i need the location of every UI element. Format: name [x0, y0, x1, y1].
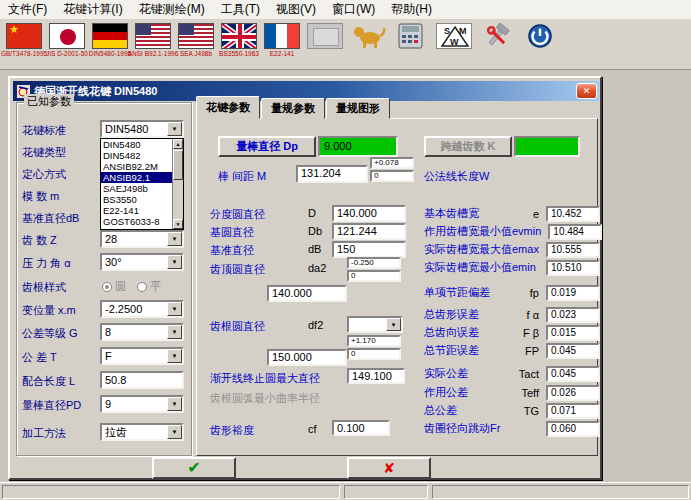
menu-bar: 文件(F) 花键计算(I) 花键测绘(M) 工具(T) 视图(V) 窗口(W) …	[0, 0, 691, 20]
menu-item-file[interactable]: 文件(F)	[0, 0, 55, 20]
toolbar-gb-standard-button[interactable]: ★ GB/T3478-1995	[3, 23, 45, 68]
pitch-diameter-field[interactable]: 140.000	[332, 205, 406, 222]
param-field[interactable]: 0.071	[546, 403, 600, 419]
menu-item-window[interactable]: 窗口(W)	[324, 0, 383, 20]
chevron-down-icon[interactable]: ▼	[167, 349, 182, 363]
param-field[interactable]: 0.026	[546, 385, 600, 401]
toolbar-calculator-button[interactable]	[390, 23, 432, 68]
listbox-item[interactable]: SAEJ498b	[101, 183, 183, 194]
ok-button[interactable]: ✔	[152, 457, 236, 479]
chevron-down-icon[interactable]: ▼	[167, 232, 182, 246]
usa-flag-icon	[178, 23, 214, 49]
menu-item-spline-calc[interactable]: 花键计算(I)	[55, 0, 130, 20]
pin-diameter-value-field[interactable]: 9.000	[318, 136, 398, 157]
involute-end-diameter-field[interactable]: 149.100	[347, 368, 405, 384]
menu-item-view[interactable]: 视图(V)	[268, 0, 324, 20]
param-field[interactable]: 10.510	[546, 260, 600, 276]
menu-item-tools[interactable]: 工具(T)	[213, 0, 268, 20]
toolbar-caption: E22-141	[270, 50, 295, 58]
combo-pin-diameter[interactable]: 9 ▼	[100, 395, 184, 413]
form-clearance-field[interactable]: 0.100	[332, 420, 390, 436]
param-field[interactable]: 0.019	[546, 285, 600, 301]
root-diameter-tol-lower[interactable]: 0	[347, 348, 401, 360]
chevron-down-icon[interactable]: ▼	[167, 425, 182, 439]
button-label: 跨越齿数 K	[441, 139, 496, 154]
toolbar-animal-button[interactable]	[347, 23, 389, 68]
param-field[interactable]: 10.555	[546, 242, 600, 258]
toolbar-din-standard-button[interactable]: DIN5480-1995	[89, 23, 131, 68]
chevron-down-icon[interactable]: ▼	[386, 318, 401, 331]
combo-profile-shift[interactable]: -2.2500 ▼	[100, 300, 184, 318]
chevron-down-icon[interactable]: ▼	[167, 255, 182, 269]
radio-root-round[interactable]	[102, 282, 112, 292]
param-row-fp: 单项节距偏差 fp 0.019	[424, 284, 600, 301]
radio-root-flat[interactable]	[137, 282, 147, 292]
listbox-item[interactable]: GOST6033-8	[101, 216, 183, 227]
chevron-down-icon[interactable]: ▼	[167, 122, 182, 136]
tip-diameter-tol-lower[interactable]: 0	[347, 270, 401, 282]
toolbar-tools-button[interactable]	[476, 23, 518, 68]
listbox-item[interactable]: ANSIB92.2M	[101, 161, 183, 172]
toolbar-bs-standard-button[interactable]: BS3550-1963	[218, 23, 260, 68]
toolbar-e22-standard-button[interactable]: E22-141	[261, 23, 303, 68]
scrollbar-thumb[interactable]	[173, 150, 183, 180]
span-teeth-value-field[interactable]	[514, 136, 580, 157]
param-field[interactable]: 0.023	[546, 307, 600, 323]
combo-machining-method[interactable]: 拉齿 ▼	[100, 423, 184, 441]
toolbar-jis-standard-button[interactable]: JIS D-2001-50	[46, 23, 88, 68]
combo-pressure-angle[interactable]: 30° ▼	[100, 253, 184, 271]
param-row-Fr: 齿圈径向跳动Fr 0.060	[424, 420, 600, 437]
pin-distance-tol-upper[interactable]: +0.078	[370, 157, 414, 169]
toolbar-sae-standard-button[interactable]: SEA J498b	[175, 23, 217, 68]
param-field[interactable]: 0.045	[546, 343, 600, 359]
root-diameter-tol-upper[interactable]: +1.170	[347, 335, 401, 347]
param-field[interactable]: 0.060	[546, 421, 600, 437]
cancel-button[interactable]: ✘	[347, 457, 431, 479]
label-centering-method: 定心方式	[22, 167, 66, 182]
combo-spline-standard[interactable]: DIN5480 ▼	[100, 120, 184, 138]
scroll-down-icon[interactable]: ▼	[173, 219, 183, 229]
param-field[interactable]: 10.484	[548, 224, 602, 240]
tip-diameter-tol-upper[interactable]: -0.250	[347, 257, 401, 269]
listbox-item-selected[interactable]: ANSIB92.1	[101, 172, 183, 183]
listbox-item[interactable]: BS3550	[101, 194, 183, 205]
listbox-item[interactable]: DIN5482	[101, 150, 183, 161]
root-diameter-field[interactable]: 150.000	[267, 349, 347, 366]
tab-spline-params[interactable]: 花键参数	[196, 96, 260, 119]
tab-gauge-graphics[interactable]: 量规图形	[326, 98, 390, 119]
param-field[interactable]: 10.452	[546, 206, 600, 222]
label-spline-type: 花键类型	[22, 145, 66, 160]
spline-standard-listbox[interactable]: DIN5480 DIN5482 ANSIB92.2M ANSIB92.1 SAE…	[100, 138, 184, 230]
combo-teeth-number[interactable]: 28 ▼	[100, 230, 184, 248]
menu-item-help[interactable]: 帮助(H)	[383, 0, 440, 20]
toolbar-exit-button[interactable]	[519, 23, 561, 68]
chevron-down-icon[interactable]: ▼	[167, 397, 182, 411]
tip-diameter-field[interactable]: 140.000	[267, 285, 347, 302]
param-field[interactable]: 0.015	[546, 325, 600, 341]
param-symbol: FP	[525, 345, 539, 357]
listbox-item[interactable]: E22-141	[101, 205, 183, 216]
toolbar-smw-button[interactable]: SMW	[433, 23, 475, 68]
listbox-scrollbar[interactable]: ▲ ▼	[172, 139, 183, 229]
scroll-up-icon[interactable]: ▲	[173, 139, 183, 149]
param-field[interactable]: 0.045	[546, 366, 600, 382]
param-row-evmin: 作用齿槽宽最小值evmin 10.484	[424, 223, 600, 240]
root-diameter-combo[interactable]: ▼	[347, 316, 403, 333]
combo-tolerance-grade[interactable]: 8 ▼	[100, 323, 184, 341]
fit-length-field[interactable]: 50.8	[100, 371, 184, 389]
menu-item-spline-survey[interactable]: 花键测绘(M)	[131, 0, 213, 20]
reference-diameter-field[interactable]: 150	[332, 241, 406, 258]
toolbar-blank-button[interactable]	[304, 23, 346, 68]
base-diameter-field[interactable]: 121.244	[332, 223, 406, 240]
param-label: 总齿形误差	[424, 307, 527, 322]
combo-tolerance-class[interactable]: F ▼	[100, 347, 184, 365]
close-icon[interactable]: ✕	[576, 83, 597, 99]
listbox-item[interactable]: DIN5480	[101, 139, 183, 150]
chevron-down-icon[interactable]: ▼	[167, 325, 182, 339]
pin-distance-tol-lower[interactable]: 0	[370, 170, 414, 182]
chevron-down-icon[interactable]: ▼	[167, 302, 182, 316]
toolbar-ansi-standard-button[interactable]: ANSI B92.1-1996	[132, 23, 174, 68]
tab-gauge-params[interactable]: 量规参数	[261, 98, 325, 119]
pin-distance-field[interactable]: 131.204	[296, 165, 368, 183]
pin-diameter-button[interactable]: 量棒直径 Dp	[218, 136, 316, 157]
